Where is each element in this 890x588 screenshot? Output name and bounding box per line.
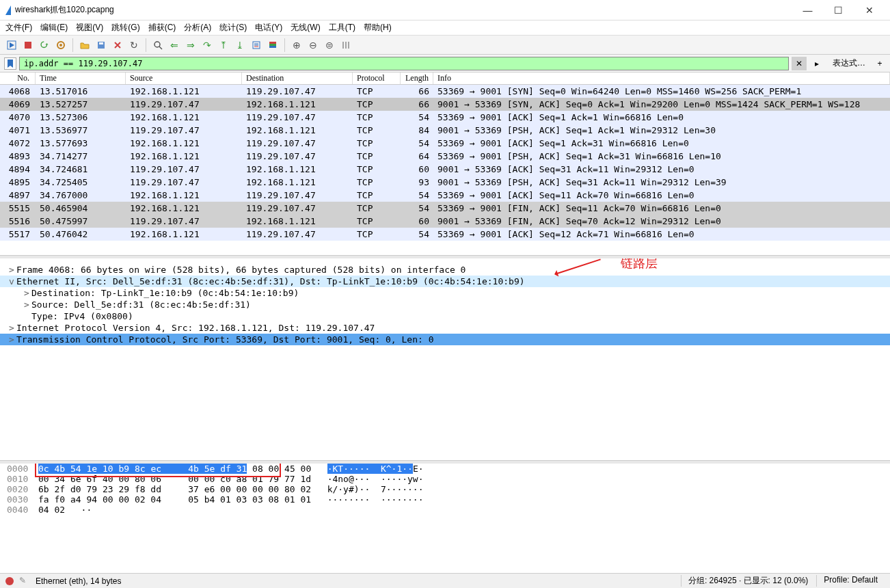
menu-item[interactable]: 捕获(C): [148, 22, 176, 34]
status-text: Ethernet (eth), 14 bytes: [36, 576, 681, 586]
zoom-out-icon[interactable]: ⊖: [306, 38, 321, 53]
packet-row[interactable]: 489534.725405119.29.107.47192.168.1.121T…: [0, 176, 890, 189]
detail-row[interactable]: >Frame 4068: 66 bytes on wire (528 bits)…: [0, 264, 890, 276]
open-file-icon[interactable]: [77, 38, 92, 53]
menu-item[interactable]: 统计(S): [219, 22, 247, 34]
close-button[interactable]: ✕: [854, 1, 885, 20]
packet-row[interactable]: 551650.475997119.29.107.47192.168.1.121T…: [0, 215, 890, 228]
svg-rect-14: [269, 46, 276, 48]
menu-item[interactable]: 帮助(H): [364, 22, 392, 34]
detail-row[interactable]: >Transmission Control Protocol, Src Port…: [0, 334, 890, 345]
filter-clear-icon[interactable]: ✕: [792, 57, 807, 70]
packet-list-header: No. Time Source Destination Protocol Len…: [0, 72, 890, 85]
annotation-box: [35, 462, 281, 477]
expert-info-icon[interactable]: [5, 577, 14, 585]
hex-row[interactable]: 00206b 2f d0 79 23 29 f8 dd 37 e6 00 00 …: [0, 484, 890, 494]
svg-rect-13: [269, 44, 276, 46]
detail-row[interactable]: >Source: Dell_5e:df:31 (8c:ec:4b:5e:df:3…: [0, 299, 890, 310]
zoom-in-icon[interactable]: ⊕: [289, 38, 304, 53]
status-bar: ✎ Ethernet (eth), 14 bytes 分组: 264925 · …: [0, 573, 890, 588]
detail-row[interactable]: Type: IPv4 (0x0800): [0, 310, 890, 322]
menu-item[interactable]: 文件(F): [5, 22, 32, 34]
svg-rect-1: [25, 42, 31, 49]
reload-icon[interactable]: ↻: [126, 38, 141, 53]
status-packets: 分组: 264925 · 已显示: 12 (0.0%): [681, 575, 815, 587]
minimize-button[interactable]: —: [792, 1, 823, 20]
column-header-length[interactable]: Length: [401, 72, 433, 84]
filter-bookmark-icon[interactable]: [4, 57, 16, 70]
column-header-protocol[interactable]: Protocol: [353, 72, 401, 84]
packet-row[interactable]: 551550.465904192.168.1.121119.29.107.47T…: [0, 202, 890, 215]
menu-item[interactable]: 工具(T): [329, 22, 355, 34]
find-icon[interactable]: [150, 38, 165, 53]
packet-row[interactable]: 406913.527257119.29.107.47192.168.1.121T…: [0, 98, 890, 111]
go-back-icon[interactable]: ⇐: [167, 38, 182, 53]
start-capture-icon[interactable]: [4, 38, 19, 53]
svg-rect-5: [99, 42, 103, 44]
filter-add-icon[interactable]: +: [874, 57, 886, 70]
column-header-source[interactable]: Source: [126, 72, 242, 84]
filter-bar: ✕ ▸ 表达式… +: [0, 55, 890, 72]
column-header-no[interactable]: No.: [0, 72, 36, 84]
go-to-icon[interactable]: ↷: [200, 38, 215, 53]
app-icon: [5, 5, 11, 15]
title-bar: wireshark抓包1020.pcapng — ☐ ✕: [0, 0, 890, 21]
hex-row[interactable]: 0030fa f0 a4 94 00 00 02 04 05 b4 01 03 …: [0, 494, 890, 505]
packet-row[interactable]: 407013.527306192.168.1.121119.29.107.47T…: [0, 111, 890, 124]
detail-row[interactable]: >Destination: Tp-LinkT_1e:10:b9 (0c:4b:5…: [0, 287, 890, 299]
auto-scroll-icon[interactable]: [249, 38, 264, 53]
close-file-icon[interactable]: [110, 38, 125, 53]
detail-row[interactable]: vEthernet II, Src: Dell_5e:df:31 (8c:ec:…: [0, 276, 890, 287]
svg-line-7: [159, 46, 162, 49]
column-header-time[interactable]: Time: [36, 72, 126, 84]
capture-options-icon[interactable]: [53, 38, 68, 53]
display-filter-input[interactable]: [19, 57, 789, 70]
filter-apply-icon[interactable]: ▸: [809, 57, 824, 70]
svg-rect-12: [269, 42, 276, 44]
restart-capture-icon[interactable]: [37, 38, 52, 53]
resize-columns-icon[interactable]: [338, 38, 353, 53]
maximize-button[interactable]: ☐: [823, 1, 854, 20]
packet-row[interactable]: 407213.577693192.168.1.121119.29.107.47T…: [0, 137, 890, 150]
stop-capture-icon[interactable]: [21, 38, 36, 53]
menu-bar: 文件(F)编辑(E)视图(V)跳转(G)捕获(C)分析(A)统计(S)电话(Y)…: [0, 21, 890, 36]
column-header-destination[interactable]: Destination: [242, 72, 353, 84]
packet-list-pane: No. Time Source Destination Protocol Len…: [0, 72, 890, 256]
hex-row[interactable]: 004004 02 ··: [0, 505, 890, 515]
menu-item[interactable]: 无线(W): [291, 22, 320, 34]
column-header-info[interactable]: Info: [433, 72, 890, 84]
svg-point-6: [154, 42, 160, 47]
packet-bytes-pane: 00000c 4b 54 1e 10 b9 8c ec 4b 5e df 31 …: [0, 461, 890, 533]
status-profile[interactable]: Profile: Default: [816, 575, 885, 587]
packet-row[interactable]: 489434.724681119.29.107.47192.168.1.121T…: [0, 163, 890, 176]
colorize-icon[interactable]: [265, 38, 280, 53]
detail-row[interactable]: >Internet Protocol Version 4, Src: 192.1…: [0, 322, 890, 334]
toolbar: ↻ ⇐ ⇒ ↷ ⤒ ⤓ ⊕ ⊖ ⊜: [0, 36, 890, 55]
go-forward-icon[interactable]: ⇒: [183, 38, 198, 53]
window-title: wireshark抓包1020.pcapng: [15, 4, 792, 16]
packet-row[interactable]: 489734.767000192.168.1.121119.29.107.47T…: [0, 189, 890, 202]
menu-item[interactable]: 视图(V): [76, 22, 103, 34]
packet-row[interactable]: 551750.476042192.168.1.121119.29.107.47T…: [0, 228, 890, 241]
save-file-icon[interactable]: [94, 38, 109, 53]
go-last-icon[interactable]: ⤓: [232, 38, 247, 53]
packet-row[interactable]: 406813.517016192.168.1.121119.29.107.47T…: [0, 85, 890, 98]
packet-details-pane: 链路层 >Frame 4068: 66 bytes on wire (528 b…: [0, 256, 890, 461]
annotation-label: 链路层: [621, 256, 658, 271]
packet-row[interactable]: 407113.536977119.29.107.47192.168.1.121T…: [0, 124, 890, 137]
svg-point-3: [59, 44, 62, 46]
packet-row[interactable]: 489334.714277192.168.1.121119.29.107.47T…: [0, 150, 890, 163]
go-first-icon[interactable]: ⤒: [216, 38, 231, 53]
menu-item[interactable]: 跳转(G): [111, 22, 139, 34]
capture-file-icon: ✎: [19, 576, 30, 587]
filter-expression-button[interactable]: 表达式…: [827, 57, 871, 69]
zoom-reset-icon[interactable]: ⊜: [322, 38, 337, 53]
menu-item[interactable]: 编辑(E): [40, 22, 68, 34]
menu-item[interactable]: 电话(Y): [255, 22, 282, 34]
menu-item[interactable]: 分析(A): [184, 22, 211, 34]
